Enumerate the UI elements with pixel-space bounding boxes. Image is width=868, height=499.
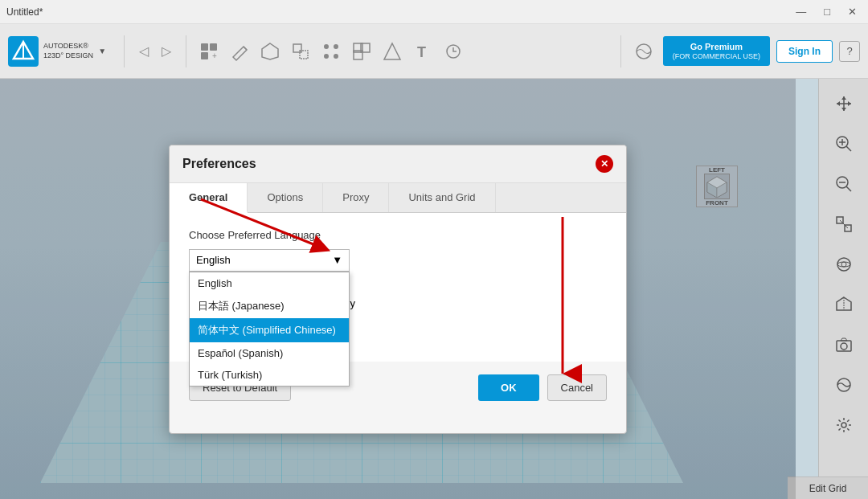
preferences-close-button[interactable]: ✕ xyxy=(596,155,613,173)
svg-point-44 xyxy=(841,262,846,267)
material-tool[interactable] xyxy=(631,39,657,64)
svg-point-12 xyxy=(334,54,338,59)
lang-option-spanish[interactable]: Español (Spanish) xyxy=(190,342,349,364)
sketch-tool[interactable] xyxy=(227,39,252,64)
logo-icon xyxy=(8,36,39,67)
svg-line-36 xyxy=(846,146,851,151)
logo-dropdown-arrow[interactable]: ▼ xyxy=(98,47,106,55)
text-tool[interactable]: T xyxy=(410,39,436,64)
rp-camera-icon[interactable] xyxy=(827,328,861,362)
svg-line-42 xyxy=(840,220,848,228)
language-label: Choose Preferred Language xyxy=(189,229,607,241)
toolbar-separator-2 xyxy=(186,35,186,67)
toolbar-nav: ◁ ▷ xyxy=(134,40,176,62)
premium-button[interactable]: Go Premium (FOR COMMERCIAL USE) xyxy=(663,36,770,67)
rp-move-icon[interactable] xyxy=(827,87,861,121)
rp-settings-icon[interactable] xyxy=(827,408,861,442)
preferences-header: Preferences ✕ xyxy=(170,145,626,183)
svg-rect-4 xyxy=(201,52,208,59)
footer-actions: OK Cancel xyxy=(478,374,607,401)
language-select-arrow: ▼ xyxy=(332,254,342,266)
logo-text: AUTODESK® 123D° DESIGN xyxy=(43,42,93,60)
rp-orbit-icon[interactable] xyxy=(827,247,861,281)
tab-units-and-grid[interactable]: Units and Grid xyxy=(389,183,495,212)
edit-grid-button[interactable]: Edit Grid xyxy=(788,477,868,499)
svg-marker-16 xyxy=(384,43,400,59)
preferences-title: Preferences xyxy=(182,157,256,171)
svg-marker-29 xyxy=(841,96,846,100)
language-select-wrapper: English ▼ English 日本語 (Japanese) 简体中文 (S… xyxy=(189,249,350,272)
language-current-value: English xyxy=(196,254,231,266)
toolbar: AUTODESK® 123D° DESIGN ▼ ◁ ▷ + xyxy=(0,24,868,79)
svg-point-52 xyxy=(841,423,846,427)
svg-point-43 xyxy=(837,258,850,271)
minimize-button[interactable]: — xyxy=(791,4,811,19)
cancel-button[interactable]: Cancel xyxy=(547,374,607,401)
svg-text:T: T xyxy=(417,44,426,60)
svg-point-49 xyxy=(841,343,847,350)
svg-marker-50 xyxy=(841,338,847,341)
toolbar-separator-3 xyxy=(620,35,621,67)
preferences-body: Choose Preferred Language English ▼ Engl… xyxy=(170,213,626,362)
svg-point-11 xyxy=(324,54,329,59)
toolbar-tools: + T xyxy=(196,39,611,64)
lang-option-japanese[interactable]: 日本語 (Japanese) xyxy=(190,294,349,318)
language-select[interactable]: English ▼ xyxy=(189,249,350,272)
svg-marker-31 xyxy=(837,101,840,106)
add-shape-tool[interactable]: + xyxy=(196,39,222,64)
rp-perspective-icon[interactable] xyxy=(827,288,861,321)
toolbar-separator-1 xyxy=(124,35,125,67)
modify-tool[interactable] xyxy=(288,39,313,64)
svg-point-9 xyxy=(324,44,329,49)
preferences-dialog: Preferences ✕ General Options Proxy Unit… xyxy=(169,145,627,434)
rp-zoom-out-icon[interactable] xyxy=(827,167,861,201)
right-panel xyxy=(818,79,868,499)
svg-rect-2 xyxy=(201,43,208,51)
svg-point-45 xyxy=(837,262,850,267)
tab-general[interactable]: General xyxy=(170,183,248,213)
svg-text:+: + xyxy=(212,51,217,60)
svg-rect-3 xyxy=(210,43,217,51)
svg-marker-6 xyxy=(262,43,278,59)
tab-proxy[interactable]: Proxy xyxy=(323,183,389,212)
svg-line-39 xyxy=(846,186,851,191)
lang-option-turkish[interactable]: Türk (Turkish) xyxy=(190,364,349,386)
signin-button[interactable]: Sign In xyxy=(776,40,833,63)
close-button[interactable]: ✕ xyxy=(843,4,862,19)
preferences-overlay: Preferences ✕ General Options Proxy Unit… xyxy=(0,79,796,499)
language-dropdown: English 日本語 (Japanese) 简体中文 (Simplified … xyxy=(189,272,350,387)
ok-button[interactable]: OK xyxy=(478,374,539,401)
maximize-button[interactable]: □ xyxy=(819,4,835,19)
rp-fit-icon[interactable] xyxy=(827,207,861,241)
undo-button[interactable]: ◁ xyxy=(134,40,154,62)
redo-button[interactable]: ▷ xyxy=(157,40,176,62)
titlebar-title: Untitled* xyxy=(6,6,43,18)
extrude-tool[interactable] xyxy=(257,39,283,64)
svg-point-10 xyxy=(334,44,338,49)
measure-tool[interactable] xyxy=(440,39,466,64)
subtract-tool[interactable] xyxy=(379,39,405,64)
help-button[interactable]: ? xyxy=(839,41,860,62)
autodesk-logo: AUTODESK® 123D° DESIGN ▼ xyxy=(8,36,106,67)
preferences-tabs: General Options Proxy Units and Grid xyxy=(170,183,626,213)
titlebar-left: Untitled* xyxy=(6,6,43,18)
titlebar-controls: — □ ✕ xyxy=(791,4,862,19)
titlebar: Untitled* — □ ✕ xyxy=(0,0,868,24)
group-tool[interactable] xyxy=(349,39,375,64)
pattern-tool[interactable] xyxy=(318,39,344,64)
rp-material-icon[interactable] xyxy=(827,368,861,402)
lang-option-chinese[interactable]: 简体中文 (Simplified Chinese) xyxy=(190,318,349,342)
svg-marker-30 xyxy=(841,108,846,111)
svg-marker-32 xyxy=(848,101,851,106)
lang-option-english[interactable]: English xyxy=(190,272,349,294)
rp-zoom-in-icon[interactable] xyxy=(827,127,861,161)
tab-options[interactable]: Options xyxy=(248,183,323,212)
